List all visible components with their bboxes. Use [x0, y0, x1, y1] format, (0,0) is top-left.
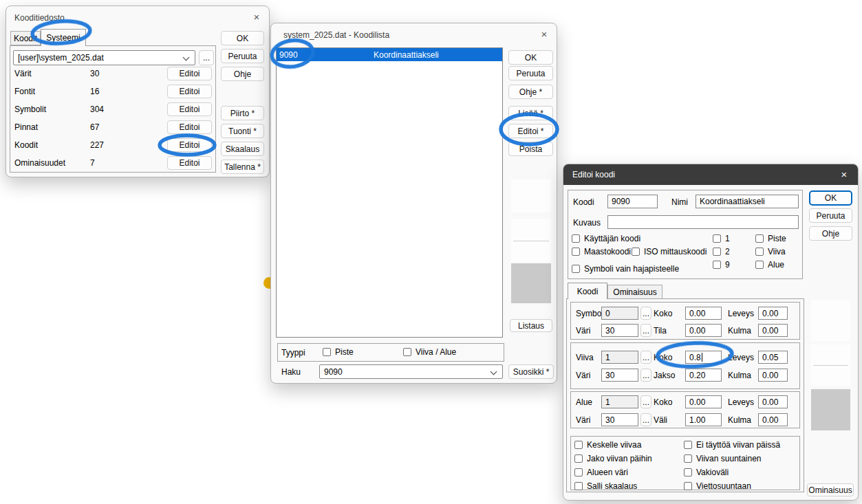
row-fontit-editoi-button[interactable]: Editoi — [167, 85, 212, 98]
viiva-vari-ellipsis-button[interactable]: ... — [640, 369, 651, 382]
checkbox-keskelle-viivaa[interactable]: Keskelle viivaa — [574, 440, 641, 450]
checkbox-9[interactable]: 9 — [713, 260, 730, 270]
alue-vari-field[interactable]: 30 — [601, 413, 638, 426]
viiva-jakso-field[interactable]: 0.20 — [685, 369, 722, 382]
tab-systeemi[interactable]: Systeemi — [41, 29, 86, 46]
row-ominaisuudet-editoi-button[interactable]: Editoi — [167, 156, 212, 170]
checkbox-viiva[interactable]: Viiva — [755, 247, 786, 256]
checkbox-symboli-vain-hajapisteelle[interactable]: Symboli vain hajapisteelle — [572, 264, 679, 274]
peruuta-button[interactable]: Peruuta — [809, 208, 852, 223]
tab-koodit[interactable]: Koodit — [10, 31, 41, 45]
symboli-kulma-field[interactable]: 0.00 — [758, 324, 788, 337]
symboli-koko-field[interactable]: 0.00 — [685, 307, 722, 320]
listaus-button[interactable]: Listaus — [510, 319, 552, 332]
checkbox-viiva-label: Viiva — [768, 247, 786, 256]
alue-vali-field[interactable]: 1.00 — [685, 413, 722, 426]
poista-button[interactable]: Poista — [508, 142, 553, 156]
browse-ellipsis-button[interactable]: ... — [199, 50, 214, 65]
list-item-name: Koordinaattiakseli — [374, 50, 439, 60]
alue-ellipsis-button[interactable]: ... — [640, 395, 651, 408]
checkbox-maastokoodi[interactable]: Maastokoodi — [572, 247, 631, 256]
checkbox-iso-mittauskoodi[interactable]: ISO mittauskoodi — [632, 247, 707, 256]
symboli-vari-ellipsis-button[interactable]: ... — [640, 324, 651, 337]
chevron-down-icon — [183, 54, 190, 61]
suosikki-button[interactable]: Suosikki * — [508, 364, 554, 379]
row-fontit-value: 16 — [90, 87, 99, 96]
checkbox-piste[interactable]: Piste — [755, 234, 786, 243]
symboli-vari-field[interactable]: 30 — [601, 324, 638, 337]
viiva-group — [570, 342, 800, 389]
kuvaus-field[interactable] — [607, 215, 799, 229]
tuonti-button[interactable]: Tuonti * — [221, 124, 264, 138]
list-item-selected[interactable]: 9090 Koordinaattiakseli — [277, 48, 502, 61]
skaalaus-button[interactable]: Skaalaus — [221, 142, 264, 156]
checkbox-kayttajan-koodi[interactable]: Käyttäjän koodi — [572, 234, 640, 243]
lisaa-button[interactable]: Lisää * — [508, 106, 553, 120]
viiva-vari-field[interactable]: 30 — [601, 369, 638, 382]
symboli-vari-label: Väri — [576, 326, 590, 336]
checkbox-piste[interactable]: Piste — [323, 347, 354, 357]
checkbox-ei-tayttoa-viivan-paissa[interactable]: Ei täyttöä viivan päissä — [684, 440, 780, 450]
tab-koodi[interactable]: Koodi — [568, 283, 607, 299]
checkbox-2-label: 2 — [725, 247, 730, 256]
tallenna-button[interactable]: Tallenna * — [221, 160, 264, 174]
checkbox-viiva-alue[interactable]: Viiva / Alue — [403, 347, 456, 357]
checkbox-icon — [713, 261, 721, 269]
checkbox-viettosuuntaan[interactable]: Viettosuuntaan — [684, 481, 751, 491]
alue-koko-field[interactable]: 0.00 — [685, 395, 722, 408]
viiva-leveys-field[interactable]: 0.05 — [758, 351, 788, 364]
nimi-field[interactable]: Koordinaattiakseli — [696, 195, 799, 208]
checkbox-vakiovali[interactable]: Vakioväli — [684, 468, 729, 477]
ok-button[interactable]: OK — [809, 190, 852, 206]
code-list[interactable]: 9090 Koordinaattiakseli — [276, 47, 503, 338]
close-icon[interactable]: × — [837, 168, 851, 182]
ohje-button[interactable]: Ohje — [221, 67, 264, 81]
checkbox-2[interactable]: 2 — [713, 247, 730, 256]
alue-kulma-field[interactable]: 0.00 — [758, 413, 788, 426]
ohje-button[interactable]: Ohje — [809, 226, 852, 241]
haku-combobox[interactable]: 9090 — [319, 364, 503, 379]
text-caret — [702, 353, 702, 362]
alue-leveys-field[interactable]: 0.00 — [758, 395, 788, 408]
peruuta-button[interactable]: Peruuta — [508, 66, 553, 80]
viiva-ellipsis-button[interactable]: ... — [640, 351, 651, 364]
close-icon[interactable]: × — [537, 28, 551, 41]
tab-ominaisuus[interactable]: Ominaisuus — [607, 285, 662, 299]
checkbox-icon — [713, 248, 721, 256]
checkbox-kayttajan-koodi-label: Käyttäjän koodi — [584, 234, 640, 243]
checkbox-alue[interactable]: Alue — [755, 260, 784, 270]
symboli-tila-field[interactable]: 0.00 — [685, 324, 722, 337]
checkbox-salli-skaalaus[interactable]: Salli skaalaus — [574, 481, 637, 491]
ok-button[interactable]: OK — [221, 31, 264, 45]
peruuta-button[interactable]: Peruuta — [221, 49, 264, 63]
symboli-kulma-label: Kulma — [728, 326, 751, 336]
checkbox-icon — [684, 482, 692, 490]
row-koodit-editoi-button[interactable]: Editoi — [167, 138, 212, 152]
editoi-button[interactable]: Editoi * — [508, 124, 553, 138]
row-pinnat-editoi-button[interactable]: Editoi — [167, 120, 212, 134]
checkbox-1[interactable]: 1 — [713, 234, 730, 243]
ohje-button[interactable]: Ohje * — [508, 85, 553, 99]
tyyppi-group — [277, 343, 504, 362]
alue-vari-ellipsis-button[interactable]: ... — [640, 413, 651, 426]
checkbox-viivan-suuntainen[interactable]: Viivan suuntainen — [684, 454, 762, 463]
symboli-leveys-field[interactable]: 0.00 — [758, 307, 788, 320]
viiva-leveys-label: Leveys — [728, 353, 754, 362]
viiva-koko-field[interactable]: 0.8 — [685, 351, 722, 364]
close-icon[interactable]: × — [250, 10, 263, 24]
viiva-kulma-field[interactable]: 0.00 — [758, 369, 788, 382]
koodi-field[interactable]: 9090 — [607, 195, 658, 208]
code-file-combobox[interactable]: [user]\system_2025.dat — [13, 50, 195, 65]
piirto-button[interactable]: Piirto * — [221, 106, 264, 120]
row-symbolit-editoi-button[interactable]: Editoi — [167, 102, 212, 116]
ominaisuus-button[interactable]: Ominaisuus — [807, 483, 854, 496]
row-varit-editoi-button[interactable]: Editoi — [167, 67, 212, 80]
checkbox-jako-viivan-paihin[interactable]: Jako viivan päihin — [574, 454, 652, 463]
symboli-ellipsis-button[interactable]: ... — [640, 307, 651, 320]
alue-field[interactable]: 1 — [601, 395, 638, 408]
symboli-field[interactable]: 0 — [601, 307, 638, 320]
alue-kulma-value: 0.00 — [762, 415, 778, 425]
viiva-field[interactable]: 1 — [601, 351, 638, 364]
ok-button[interactable]: OK — [508, 50, 553, 65]
checkbox-alueen-vari[interactable]: Alueen väri — [574, 468, 628, 477]
